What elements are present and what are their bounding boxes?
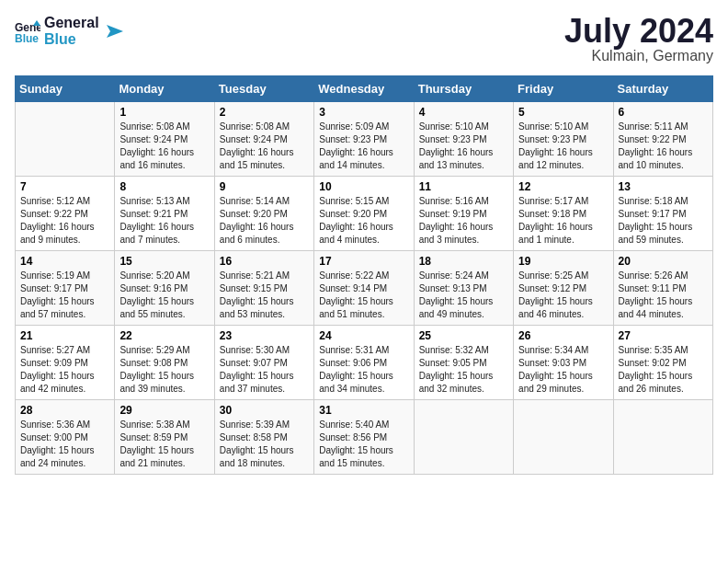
table-row: 14Sunrise: 5:19 AMSunset: 9:17 PMDayligh… xyxy=(16,251,115,326)
day-number: 21 xyxy=(20,329,109,342)
table-row: 8Sunrise: 5:13 AMSunset: 9:21 PMDaylight… xyxy=(115,177,214,251)
table-row xyxy=(414,400,513,475)
day-number: 13 xyxy=(619,180,708,193)
day-info: Sunrise: 5:14 AMSunset: 9:20 PMDaylight:… xyxy=(220,195,309,247)
day-number: 8 xyxy=(119,180,209,193)
day-number: 27 xyxy=(619,329,708,342)
day-number: 14 xyxy=(20,255,109,268)
title-block: July 2024 Kulmain, Germany xyxy=(564,15,713,64)
logo-general: General xyxy=(44,15,99,31)
header-monday: Monday xyxy=(115,76,214,102)
table-row xyxy=(613,400,712,475)
day-info: Sunrise: 5:08 AMSunset: 9:24 PMDaylight:… xyxy=(119,121,209,172)
day-number: 3 xyxy=(319,106,408,119)
day-info: Sunrise: 5:40 AMSunset: 8:56 PMDaylight:… xyxy=(319,419,408,470)
day-number: 7 xyxy=(20,180,109,193)
day-info: Sunrise: 5:38 AMSunset: 8:59 PMDaylight:… xyxy=(119,419,209,470)
logo-blue: Blue xyxy=(44,31,99,48)
day-info: Sunrise: 5:22 AMSunset: 9:14 PMDaylight:… xyxy=(319,270,408,321)
day-number: 5 xyxy=(518,106,608,119)
logo-arrow-icon xyxy=(103,21,123,41)
day-info: Sunrise: 5:20 AMSunset: 9:16 PMDaylight:… xyxy=(119,270,209,321)
calendar-body: 1Sunrise: 5:08 AMSunset: 9:24 PMDaylight… xyxy=(16,102,713,475)
table-row: 6Sunrise: 5:11 AMSunset: 9:22 PMDaylight… xyxy=(613,102,712,177)
day-info: Sunrise: 5:32 AMSunset: 9:05 PMDaylight:… xyxy=(419,344,508,396)
day-number: 6 xyxy=(619,106,708,119)
day-number: 2 xyxy=(220,106,309,119)
day-info: Sunrise: 5:12 AMSunset: 9:22 PMDaylight:… xyxy=(20,195,109,247)
day-info: Sunrise: 5:11 AMSunset: 9:22 PMDaylight:… xyxy=(619,121,708,172)
day-info: Sunrise: 5:35 AMSunset: 9:02 PMDaylight:… xyxy=(619,344,708,396)
table-row: 12Sunrise: 5:17 AMSunset: 9:18 PMDayligh… xyxy=(514,177,613,251)
table-row: 18Sunrise: 5:24 AMSunset: 9:13 PMDayligh… xyxy=(414,251,513,326)
day-info: Sunrise: 5:29 AMSunset: 9:08 PMDaylight:… xyxy=(119,344,209,396)
day-number: 1 xyxy=(119,106,209,119)
day-info: Sunrise: 5:30 AMSunset: 9:07 PMDaylight:… xyxy=(220,344,309,396)
day-info: Sunrise: 5:09 AMSunset: 9:23 PMDaylight:… xyxy=(319,121,408,172)
table-row: 17Sunrise: 5:22 AMSunset: 9:14 PMDayligh… xyxy=(314,251,414,326)
day-info: Sunrise: 5:13 AMSunset: 9:21 PMDaylight:… xyxy=(119,195,209,247)
day-number: 22 xyxy=(119,329,209,342)
table-row xyxy=(16,102,115,177)
calendar-header: Sunday Monday Tuesday Wednesday Thursday… xyxy=(16,76,713,102)
table-row: 10Sunrise: 5:15 AMSunset: 9:20 PMDayligh… xyxy=(314,177,414,251)
table-row: 13Sunrise: 5:18 AMSunset: 9:17 PMDayligh… xyxy=(613,177,712,251)
table-row: 11Sunrise: 5:16 AMSunset: 9:19 PMDayligh… xyxy=(414,177,513,251)
day-number: 30 xyxy=(220,404,309,417)
day-info: Sunrise: 5:17 AMSunset: 9:18 PMDaylight:… xyxy=(518,195,608,247)
day-info: Sunrise: 5:34 AMSunset: 9:03 PMDaylight:… xyxy=(518,344,608,396)
day-number: 28 xyxy=(20,404,109,417)
page-header: General Blue General Blue July 2024 Kulm… xyxy=(15,15,713,64)
calendar-table: Sunday Monday Tuesday Wednesday Thursday… xyxy=(15,75,713,475)
day-number: 11 xyxy=(419,180,508,193)
table-row: 15Sunrise: 5:20 AMSunset: 9:16 PMDayligh… xyxy=(115,251,214,326)
day-info: Sunrise: 5:25 AMSunset: 9:12 PMDaylight:… xyxy=(518,270,608,321)
day-number: 16 xyxy=(220,255,309,268)
table-row: 22Sunrise: 5:29 AMSunset: 9:08 PMDayligh… xyxy=(115,326,214,400)
table-row: 16Sunrise: 5:21 AMSunset: 9:15 PMDayligh… xyxy=(214,251,313,326)
table-row: 2Sunrise: 5:08 AMSunset: 9:24 PMDaylight… xyxy=(214,102,313,177)
day-info: Sunrise: 5:19 AMSunset: 9:17 PMDaylight:… xyxy=(20,270,109,321)
day-number: 23 xyxy=(220,329,309,342)
header-tuesday: Tuesday xyxy=(214,76,313,102)
day-info: Sunrise: 5:24 AMSunset: 9:13 PMDaylight:… xyxy=(419,270,508,321)
table-row: 7Sunrise: 5:12 AMSunset: 9:22 PMDaylight… xyxy=(16,177,115,251)
day-number: 12 xyxy=(518,180,608,193)
day-number: 29 xyxy=(119,404,209,417)
table-row: 5Sunrise: 5:10 AMSunset: 9:23 PMDaylight… xyxy=(514,102,613,177)
day-number: 31 xyxy=(319,404,408,417)
logo: General Blue General Blue xyxy=(15,15,123,47)
day-info: Sunrise: 5:10 AMSunset: 9:23 PMDaylight:… xyxy=(419,121,508,172)
table-row: 3Sunrise: 5:09 AMSunset: 9:23 PMDaylight… xyxy=(314,102,414,177)
header-thursday: Thursday xyxy=(414,76,513,102)
day-info: Sunrise: 5:08 AMSunset: 9:24 PMDaylight:… xyxy=(220,121,309,172)
day-number: 24 xyxy=(319,329,408,342)
table-row: 4Sunrise: 5:10 AMSunset: 9:23 PMDaylight… xyxy=(414,102,513,177)
header-saturday: Saturday xyxy=(613,76,712,102)
day-info: Sunrise: 5:31 AMSunset: 9:06 PMDaylight:… xyxy=(319,344,408,396)
day-number: 9 xyxy=(220,180,309,193)
day-info: Sunrise: 5:15 AMSunset: 9:20 PMDaylight:… xyxy=(319,195,408,247)
day-info: Sunrise: 5:10 AMSunset: 9:23 PMDaylight:… xyxy=(518,121,608,172)
day-info: Sunrise: 5:16 AMSunset: 9:19 PMDaylight:… xyxy=(419,195,508,247)
table-row: 29Sunrise: 5:38 AMSunset: 8:59 PMDayligh… xyxy=(115,400,214,475)
table-row: 19Sunrise: 5:25 AMSunset: 9:12 PMDayligh… xyxy=(514,251,613,326)
table-row: 27Sunrise: 5:35 AMSunset: 9:02 PMDayligh… xyxy=(613,326,712,400)
table-row: 1Sunrise: 5:08 AMSunset: 9:24 PMDaylight… xyxy=(115,102,214,177)
header-friday: Friday xyxy=(514,76,613,102)
day-info: Sunrise: 5:21 AMSunset: 9:15 PMDaylight:… xyxy=(220,270,309,321)
table-row: 23Sunrise: 5:30 AMSunset: 9:07 PMDayligh… xyxy=(214,326,313,400)
logo-icon: General Blue xyxy=(15,18,40,44)
table-row: 26Sunrise: 5:34 AMSunset: 9:03 PMDayligh… xyxy=(514,326,613,400)
day-number: 19 xyxy=(518,255,608,268)
header-sunday: Sunday xyxy=(16,76,115,102)
table-row: 20Sunrise: 5:26 AMSunset: 9:11 PMDayligh… xyxy=(613,251,712,326)
location-subtitle: Kulmain, Germany xyxy=(564,48,713,64)
day-info: Sunrise: 5:27 AMSunset: 9:09 PMDaylight:… xyxy=(20,344,109,396)
table-row xyxy=(514,400,613,475)
day-number: 4 xyxy=(419,106,508,119)
day-number: 15 xyxy=(119,255,209,268)
table-row: 9Sunrise: 5:14 AMSunset: 9:20 PMDaylight… xyxy=(214,177,313,251)
day-info: Sunrise: 5:18 AMSunset: 9:17 PMDaylight:… xyxy=(619,195,708,247)
table-row: 31Sunrise: 5:40 AMSunset: 8:56 PMDayligh… xyxy=(314,400,414,475)
